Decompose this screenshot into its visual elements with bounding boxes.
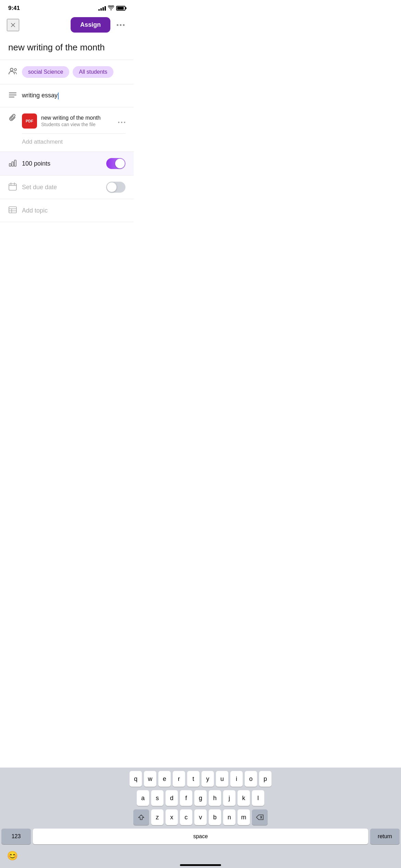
assignment-title[interactable]: new writing of the month: [8, 42, 125, 53]
instructions-text[interactable]: writing essay: [22, 92, 125, 99]
add-attachment-button[interactable]: Add attachment: [22, 138, 125, 145]
svg-point-2: [117, 24, 119, 26]
people-icon: [8, 67, 18, 77]
svg-rect-15: [14, 160, 16, 166]
social-science-tag[interactable]: social Science: [22, 66, 69, 78]
all-students-tag[interactable]: All students: [73, 66, 113, 78]
status-bar: 9:41: [0, 0, 134, 14]
tags-row: social Science All students: [22, 66, 113, 78]
wifi-icon: [108, 5, 114, 11]
paperclip-icon: [8, 113, 17, 124]
svg-point-11: [121, 122, 122, 123]
nav-right: Assign: [71, 17, 127, 33]
battery-icon: [116, 6, 125, 11]
attachment-subtitle: Students can view the file: [41, 122, 114, 127]
instructions-value: writing essay: [22, 92, 58, 99]
add-topic-label[interactable]: Add topic: [22, 207, 48, 214]
svg-point-5: [10, 68, 13, 71]
table-icon: [8, 205, 17, 216]
status-icons: [98, 5, 125, 11]
attachment-info: new writing of the month Students can vi…: [41, 115, 114, 127]
add-topic-section: Add topic: [0, 199, 134, 222]
due-date-section: Set due date: [0, 176, 134, 199]
status-time: 9:41: [8, 5, 20, 12]
svg-point-3: [120, 24, 122, 26]
close-button[interactable]: [7, 19, 19, 31]
svg-rect-16: [9, 184, 16, 190]
points-label: 100 points: [22, 160, 101, 167]
due-date-label: Set due date: [22, 184, 101, 191]
top-nav: Assign: [0, 14, 134, 38]
chart-icon: [8, 158, 17, 169]
calendar-icon: [8, 182, 17, 192]
svg-point-10: [118, 122, 120, 123]
svg-rect-13: [9, 164, 11, 166]
due-date-toggle[interactable]: [106, 182, 125, 193]
points-section: 100 points: [0, 152, 134, 176]
svg-rect-20: [9, 207, 16, 213]
attachment-filename: new writing of the month: [41, 115, 114, 121]
attachment-item: PDF new writing of the month Students ca…: [22, 113, 125, 134]
svg-rect-14: [12, 162, 14, 166]
students-section: social Science All students: [0, 60, 134, 84]
svg-point-12: [124, 122, 125, 123]
instructions-section: writing essay: [0, 84, 134, 107]
text-cursor: [58, 93, 59, 99]
attachment-list: PDF new writing of the month Students ca…: [22, 113, 125, 145]
signal-icon: [98, 6, 106, 11]
more-button[interactable]: [114, 19, 127, 31]
toggle-knob: [115, 159, 125, 168]
attachment-more-button[interactable]: [118, 117, 125, 125]
lines-icon: [8, 91, 17, 101]
assign-button[interactable]: Assign: [71, 17, 110, 33]
points-toggle[interactable]: [106, 158, 125, 169]
attachment-section: PDF new writing of the month Students ca…: [0, 107, 134, 152]
due-date-toggle-knob: [107, 182, 117, 192]
svg-point-6: [14, 69, 16, 71]
pdf-icon: PDF: [22, 113, 37, 129]
title-section: new writing of the month: [0, 38, 134, 60]
svg-point-4: [123, 24, 125, 26]
